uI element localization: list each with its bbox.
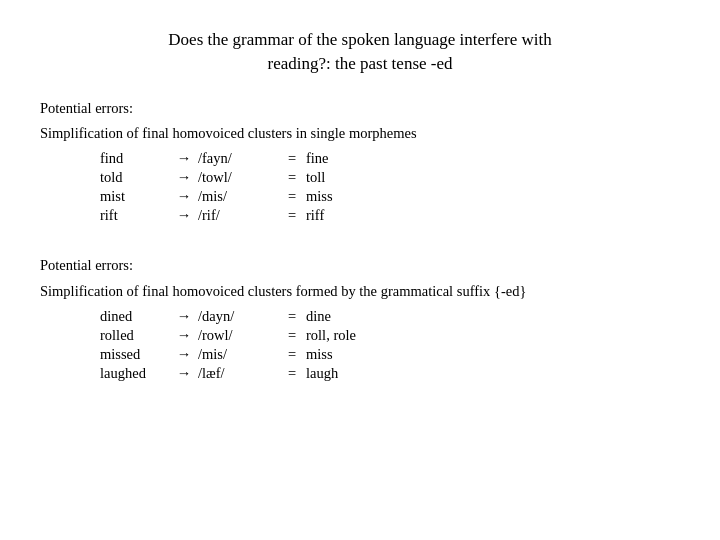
phonetic-cell: /læf/ <box>198 364 278 383</box>
result-cell: roll, role <box>306 326 386 345</box>
word-cell: rolled <box>100 326 170 345</box>
section1: Potential errors: Simplification of fina… <box>40 98 680 226</box>
arrow-icon: → <box>170 364 198 383</box>
word-cell: rift <box>100 206 170 225</box>
phonetic-cell: /rowl/ <box>198 326 278 345</box>
table-row: rift → /rif/ = riff <box>100 206 386 225</box>
section1-header2: Simplification of final homovoiced clust… <box>40 123 680 145</box>
section2: Potential errors: Simplification of fina… <box>40 255 680 383</box>
equals-cell: = <box>278 364 306 383</box>
arrow-icon: → <box>170 206 198 225</box>
title-line1: Does the grammar of the spoken language … <box>40 28 680 52</box>
phonetic-cell: /fayn/ <box>198 149 278 168</box>
arrow-icon: → <box>170 149 198 168</box>
page: Does the grammar of the spoken language … <box>0 0 720 540</box>
table-row: mist → /mis/ = miss <box>100 187 386 206</box>
arrow-icon: → <box>170 345 198 364</box>
equals-cell: = <box>278 149 306 168</box>
result-cell: fine <box>306 149 386 168</box>
word-cell: find <box>100 149 170 168</box>
word-cell: laughed <box>100 364 170 383</box>
word-cell: mist <box>100 187 170 206</box>
equals-cell: = <box>278 206 306 225</box>
result-cell: miss <box>306 345 386 364</box>
result-cell: dine <box>306 307 386 326</box>
section2-header1: Potential errors: <box>40 255 680 277</box>
equals-cell: = <box>278 187 306 206</box>
equals-cell: = <box>278 168 306 187</box>
equals-cell: = <box>278 307 306 326</box>
page-title: Does the grammar of the spoken language … <box>40 28 680 76</box>
word-cell: missed <box>100 345 170 364</box>
title-line2: reading?: the past tense -ed <box>40 52 680 76</box>
arrow-icon: → <box>170 168 198 187</box>
result-cell: riff <box>306 206 386 225</box>
result-cell: laugh <box>306 364 386 383</box>
table-row: missed → /mis/ = miss <box>100 345 386 364</box>
table-row: find → /fayn/ = fine <box>100 149 386 168</box>
result-cell: miss <box>306 187 386 206</box>
arrow-icon: → <box>170 307 198 326</box>
table-row: dined → /dayn/ = dine <box>100 307 386 326</box>
result-cell: toll <box>306 168 386 187</box>
word-cell: dined <box>100 307 170 326</box>
phonetic-cell: /mis/ <box>198 345 278 364</box>
section2-header2: Simplification of final homovoiced clust… <box>40 281 680 303</box>
table-row: laughed → /læf/ = laugh <box>100 364 386 383</box>
section1-header1: Potential errors: <box>40 98 680 120</box>
section1-table: find → /fayn/ = fine told → /towl/ = tol… <box>100 149 386 225</box>
arrow-icon: → <box>170 187 198 206</box>
table-row: rolled → /rowl/ = roll, role <box>100 326 386 345</box>
arrow-icon: → <box>170 326 198 345</box>
equals-cell: = <box>278 326 306 345</box>
phonetic-cell: /towl/ <box>198 168 278 187</box>
table-row: told → /towl/ = toll <box>100 168 386 187</box>
section2-table: dined → /dayn/ = dine rolled → /rowl/ = … <box>100 307 386 383</box>
phonetic-cell: /mis/ <box>198 187 278 206</box>
word-cell: told <box>100 168 170 187</box>
equals-cell: = <box>278 345 306 364</box>
phonetic-cell: /dayn/ <box>198 307 278 326</box>
phonetic-cell: /rif/ <box>198 206 278 225</box>
